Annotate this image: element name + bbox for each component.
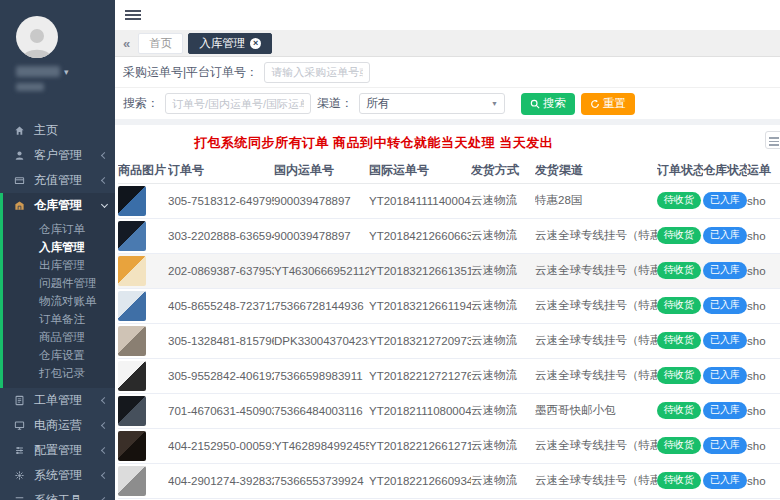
product-image-cell <box>118 323 168 358</box>
shipping-method-cell: 云速物流 <box>471 428 535 463</box>
column-header: 国际运单号 <box>369 158 471 183</box>
sidebar-subitem-warehouse-orders[interactable]: 仓库订单 <box>3 220 115 238</box>
shipping-channel-cell: 云速全球专线挂号（特惠普货） <box>535 323 657 358</box>
recharge-icon <box>14 175 28 187</box>
column-header: 发货渠道 <box>535 158 657 183</box>
sidebar-subitem-product-mgmt[interactable]: 商品管理 <box>3 328 115 346</box>
order-status-cell: 待收货 <box>657 253 703 288</box>
product-image[interactable] <box>118 256 146 286</box>
sidebar-subitem-outbound-mgmt[interactable]: 出库管理 <box>3 256 115 274</box>
product-image[interactable] <box>118 361 146 391</box>
table-settings-button[interactable] <box>765 131 780 149</box>
product-image[interactable] <box>118 431 146 461</box>
table-row[interactable]: 405-8655248-723712475366728144936YT20183… <box>118 288 780 323</box>
product-image[interactable] <box>118 291 146 321</box>
product-image[interactable] <box>118 326 146 356</box>
intl-tracking-cell: YT2018321272097384 <box>369 323 471 358</box>
warehouse-status-badge: 已入库 <box>703 262 747 279</box>
order-number-cell: 305-7518312-6497952 <box>168 183 274 218</box>
sidebar-item-config-mgmt[interactable]: 配置管理 <box>0 438 115 463</box>
table-row[interactable]: 701-4670631-450903375366484003116YT20182… <box>118 393 780 428</box>
product-image-cell <box>118 183 168 218</box>
sidebar-subitem-order-remarks[interactable]: 订单备注 <box>3 310 115 328</box>
sidebar-subitem-problem-items[interactable]: 问题件管理 <box>3 274 115 292</box>
tab-home[interactable]: 首页 <box>138 33 183 54</box>
table-row[interactable]: 404-2901274-392832775366553739924YT20182… <box>118 463 780 498</box>
sidebar-item-recharge-mgmt[interactable]: 充值管理 <box>0 168 115 193</box>
column-header: 订单号 <box>168 158 274 183</box>
column-header: 订单状态 <box>657 158 703 183</box>
tools-icon <box>14 495 28 500</box>
channel-select[interactable]: 所有 ▼ <box>359 93 505 114</box>
sidebar-subitem-packing-records[interactable]: 打包记录 <box>3 364 115 382</box>
table-row[interactable]: 404-2152950-0005918YT4628984992455YT2018… <box>118 428 780 463</box>
product-image[interactable] <box>118 186 146 216</box>
sidebar-item-workorder-mgmt[interactable]: 工单管理 <box>0 388 115 413</box>
person-silhouette-icon <box>20 24 54 58</box>
table-panel: 打包系统同步所有订单 商品到中转仓就能当天处理 当天发出 商品图片订单号国内运单… <box>115 125 780 500</box>
sidebar-subitem-logistics-statement[interactable]: 物流对账单 <box>3 292 115 310</box>
sidebar-item-system-mgmt[interactable]: 系统管理 <box>0 463 115 488</box>
tabs-collapse-button[interactable]: « <box>119 36 134 51</box>
order-status-badge: 待收货 <box>657 437 701 454</box>
order-status-badge: 待收货 <box>657 367 701 384</box>
table-header-row: 商品图片订单号国内运单号国际运单号发货方式发货渠道订单状态仓库状态运单 <box>118 158 780 183</box>
intl-tracking-cell: YT2018321266135177 <box>369 253 471 288</box>
intl-tracking-cell: YT2018321266119403 <box>369 288 471 323</box>
table-row[interactable]: 202-0869387-6379533YT4630666952112YT2018… <box>118 253 780 288</box>
product-image[interactable] <box>118 466 146 496</box>
chevron-left-icon <box>101 447 108 454</box>
product-image[interactable] <box>118 396 146 426</box>
purchase-tracking-input[interactable] <box>264 62 370 83</box>
user-name-blurred[interactable]: ▾ <box>16 66 115 77</box>
warehouse-status-cell: 已入库 <box>703 288 747 323</box>
channel-selected-value: 所有 <box>366 95 390 112</box>
member-cell: sho <box>747 393 780 428</box>
column-header: 仓库状态 <box>703 158 747 183</box>
order-status-badge: 待收货 <box>657 192 701 209</box>
refresh-icon <box>590 99 600 109</box>
table-row[interactable]: 305-1328481-8157960DPK330043704233YT2018… <box>118 323 780 358</box>
search-button[interactable]: 搜索 <box>521 93 575 115</box>
order-status-badge: 待收货 <box>657 332 701 349</box>
shipping-channel-cell: 云速全球专线挂号（特惠带电） <box>535 428 657 463</box>
order-status-cell: 待收货 <box>657 393 703 428</box>
product-image[interactable] <box>118 221 146 251</box>
avatar[interactable] <box>16 16 58 58</box>
shipping-channel-cell: 云速全球专线挂号（特惠带电） <box>535 218 657 253</box>
order-number-cell: 701-4670631-4509033 <box>168 393 274 428</box>
chevron-down-icon: ▼ <box>491 100 498 107</box>
chevron-down-icon <box>101 200 108 207</box>
sidebar-item-warehouse-mgmt[interactable]: 仓库管理 <box>3 193 115 218</box>
shipping-method-cell: 云速物流 <box>471 323 535 358</box>
home-icon <box>14 125 28 137</box>
sidebar-item-customer-mgmt[interactable]: 客户管理 <box>0 143 115 168</box>
table-row[interactable]: 305-9552842-406192975366598983911YT20182… <box>118 358 780 393</box>
domestic-tracking-cell: 900039478897 <box>274 183 369 218</box>
sidebar-subitem-inbound-mgmt[interactable]: 入库管理 <box>3 238 115 256</box>
order-status-cell: 待收货 <box>657 183 703 218</box>
domestic-tracking-cell: 75366484003116 <box>274 393 369 428</box>
search-icon <box>530 99 540 109</box>
open-tabs: 首页入库管理× <box>138 33 272 54</box>
shipping-method-cell: 云速物流 <box>471 288 535 323</box>
order-status-cell: 待收货 <box>657 288 703 323</box>
table-row[interactable]: 305-7518312-6497952900039478897YT2018411… <box>118 183 780 218</box>
order-status-cell: 待收货 <box>657 218 703 253</box>
reset-button[interactable]: 重置 <box>581 93 635 115</box>
tab-inbound-mgmt[interactable]: 入库管理× <box>188 33 272 54</box>
table-row[interactable]: 303-2202888-6365943900039478897YT2018421… <box>118 218 780 253</box>
menu-toggle-icon[interactable] <box>125 8 141 22</box>
sidebar-item-ecommerce-ops[interactable]: 电商运营 <box>0 413 115 438</box>
column-header: 商品图片 <box>118 158 168 183</box>
sidebar-item-home[interactable]: 主页 <box>0 118 115 143</box>
warehouse-status-cell: 已入库 <box>703 393 747 428</box>
shipping-channel-cell: 特惠28国 <box>535 183 657 218</box>
warehouse-icon <box>14 200 28 212</box>
shipping-method-cell: 云速物流 <box>471 183 535 218</box>
sidebar-item-system-tools[interactable]: 系统工具 <box>0 488 115 500</box>
sidebar-subitem-warehouse-settings[interactable]: 仓库设置 <box>3 346 115 364</box>
shipping-method-cell: 云速物流 <box>471 358 535 393</box>
close-icon[interactable]: × <box>250 38 261 49</box>
search-input[interactable] <box>165 93 311 114</box>
